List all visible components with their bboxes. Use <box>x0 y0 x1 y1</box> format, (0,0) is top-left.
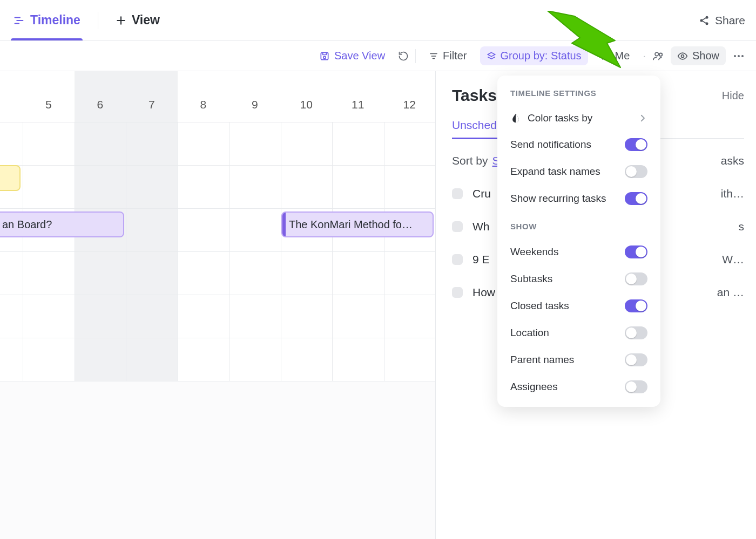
toggle[interactable] <box>625 299 647 312</box>
tab-add-view-label: View <box>132 13 160 28</box>
timeline-icon <box>13 15 25 26</box>
plus-icon <box>116 15 126 26</box>
timeline-grid[interactable]: 5 6 7 8 9 10 11 12 <box>0 71 436 539</box>
settings-color-tasks-by[interactable]: Color tasks by <box>497 105 660 131</box>
settings-heading-show: SHOW <box>497 212 660 238</box>
chevron-right-icon <box>638 113 647 123</box>
task-bar[interactable]: an Board? <box>0 211 124 237</box>
top-tab-bar: Timeline View Share <box>0 0 756 41</box>
status-box[interactable] <box>452 287 463 298</box>
toggle[interactable] <box>625 326 647 339</box>
tab-timeline-label: Timeline <box>30 13 80 28</box>
more-icon[interactable] <box>732 50 745 63</box>
task-suffix: an … <box>717 286 744 299</box>
day-header: 9 <box>229 71 281 122</box>
settings-row-label: Send notifications <box>510 139 591 151</box>
settings-show-recurring[interactable]: Show recurring tasks <box>497 185 660 212</box>
settings-row-label: Parent names <box>510 354 574 366</box>
svg-point-17 <box>734 55 736 57</box>
task-bar-label: an Board? <box>2 219 52 231</box>
settings-subtasks[interactable]: Subtasks <box>497 265 660 292</box>
day-header: 12 <box>384 71 436 122</box>
task-suffix: W… <box>722 253 744 266</box>
toggle[interactable] <box>625 165 647 178</box>
timeline-header: 5 6 7 8 9 10 11 12 <box>0 71 435 122</box>
filter-icon <box>429 51 438 61</box>
task-bar[interactable] <box>0 165 21 191</box>
tab-add-view[interactable]: View <box>113 0 162 40</box>
me-label: Me <box>615 50 630 62</box>
svg-point-19 <box>741 55 744 57</box>
sort-by-label: Sort by <box>452 154 488 167</box>
svg-point-14 <box>655 52 658 56</box>
timeline-empty-area <box>0 381 435 539</box>
svg-point-15 <box>659 53 663 56</box>
show-label: Show <box>692 50 719 62</box>
status-box[interactable] <box>452 188 463 199</box>
hide-button[interactable]: Hide <box>722 90 744 102</box>
svg-point-13 <box>604 53 608 56</box>
filter-button[interactable]: Filter <box>422 46 473 65</box>
tasks-title: Tasks <box>452 86 497 105</box>
separator <box>415 49 416 63</box>
reset-icon[interactable] <box>398 51 409 62</box>
toggle[interactable] <box>625 138 647 151</box>
toggle[interactable] <box>625 245 647 258</box>
dot-separator: · <box>643 50 646 62</box>
secondary-toolbar: Save View Filter Group by: Status Me · S… <box>0 41 756 71</box>
day-header: 10 <box>281 71 333 122</box>
settings-row-label: Subtasks <box>510 273 552 285</box>
svg-point-16 <box>681 54 684 57</box>
settings-location[interactable]: Location <box>497 319 660 346</box>
person-icon <box>601 51 611 61</box>
status-box[interactable] <box>452 221 463 232</box>
eye-icon <box>677 51 688 62</box>
toggle[interactable] <box>625 353 647 366</box>
task-suffix: ith… <box>721 187 744 200</box>
task-bar[interactable]: The KonMari Method fo… <box>281 211 434 237</box>
svg-point-9 <box>323 56 326 58</box>
settings-row-label: Location <box>510 327 549 339</box>
save-icon <box>319 51 330 62</box>
settings-heading-timeline: TIMELINE SETTINGS <box>497 86 660 105</box>
day-header: 7 <box>126 71 178 122</box>
task-bar-label: The KonMari Method fo… <box>289 219 413 231</box>
day-header: 8 <box>178 71 230 122</box>
share-label: Share <box>715 14 745 27</box>
timeline-settings-panel[interactable]: TIMELINE SETTINGS Color tasks by Send no… <box>497 76 660 407</box>
tab-timeline[interactable]: Timeline <box>11 0 83 40</box>
toggle[interactable] <box>625 380 647 393</box>
filter-label: Filter <box>443 50 467 62</box>
task-suffix: s <box>739 220 745 233</box>
day-header: 5 <box>23 71 75 122</box>
settings-closed-tasks[interactable]: Closed tasks <box>497 292 660 319</box>
settings-row-label: Expand task names <box>510 166 600 178</box>
separator <box>98 12 98 29</box>
settings-expand-task-names[interactable]: Expand task names <box>497 158 660 185</box>
people-icon[interactable] <box>652 50 664 62</box>
settings-row-label: Color tasks by <box>528 112 592 124</box>
group-by-button[interactable]: Group by: Status <box>480 46 588 65</box>
settings-row-label: Assignees <box>510 381 558 393</box>
toggle[interactable] <box>625 272 647 285</box>
group-icon <box>487 51 496 61</box>
settings-assignees[interactable]: Assignees <box>497 373 660 400</box>
settings-send-notifications[interactable]: Send notifications <box>497 131 660 158</box>
water-drop-icon <box>510 113 521 124</box>
share-button[interactable]: Share <box>699 14 745 27</box>
save-view-label: Save View <box>334 50 385 62</box>
save-view-button[interactable]: Save View <box>313 46 392 65</box>
toggle[interactable] <box>625 192 647 205</box>
settings-weekends[interactable]: Weekends <box>497 238 660 265</box>
timeline-body[interactable]: an Board? The KonMari Method fo… <box>0 122 435 381</box>
status-box[interactable] <box>452 254 463 265</box>
share-icon <box>699 15 710 26</box>
me-button[interactable]: Me <box>595 46 637 65</box>
tab-unscheduled[interactable]: Unschedu <box>452 119 503 138</box>
svg-point-18 <box>738 55 740 57</box>
day-header: 11 <box>332 71 384 122</box>
group-by-label: Group by: Status <box>501 50 582 62</box>
settings-parent-names[interactable]: Parent names <box>497 346 660 373</box>
show-button[interactable]: Show <box>671 46 726 65</box>
settings-row-label: Closed tasks <box>510 300 569 312</box>
